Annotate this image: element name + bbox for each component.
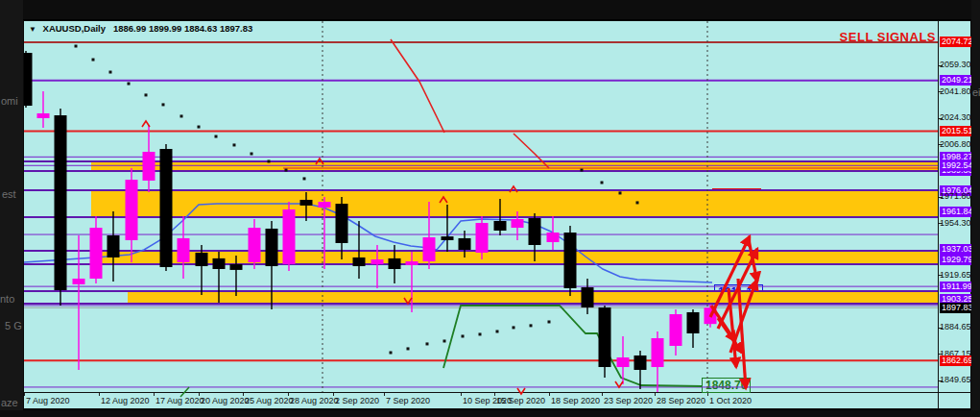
screen-top-border	[0, 0, 980, 19]
time-axis-tick	[288, 393, 289, 396]
date-label: 18 Sep 2020	[551, 396, 600, 405]
time-axis-tick	[655, 393, 656, 396]
symbol-dropdown-icon[interactable]: ▼	[29, 25, 36, 34]
price-callout-label[interactable]: 1973.59	[712, 188, 761, 204]
price-axis-tick	[939, 118, 943, 119]
date-label: 7 Aug 2020	[26, 396, 70, 405]
price-axis-tick	[939, 91, 943, 92]
date-label: 1 Oct 2020	[709, 396, 752, 405]
date-label: 25 Aug 2020	[245, 396, 294, 405]
date-label: 17 Aug 2020	[155, 396, 204, 405]
time-axis-tick	[602, 393, 603, 396]
desktop-text-fragment: aze	[1, 397, 18, 408]
price-axis-label: 1849.65	[940, 375, 971, 385]
screen-bottom-border	[0, 410, 980, 417]
time-axis-tick	[707, 393, 708, 396]
price-axis-tick	[939, 144, 943, 145]
price-axis-tick	[939, 275, 943, 276]
time-axis-tick	[199, 393, 200, 396]
time-axis-tick	[243, 393, 244, 396]
desktop-text-fragment: ei	[972, 86, 980, 98]
price-axis-tick	[939, 65, 943, 66]
date-label: 28 Sep 2020	[657, 396, 705, 405]
desktop: { "window": { "title_symbol": "XAUUSD,Da…	[0, 0, 980, 417]
date-label: 20 Aug 2020	[201, 396, 250, 405]
price-axis-label: 1919.65	[940, 270, 971, 281]
date-label: 23 Sep 2020	[604, 396, 653, 405]
price-axis-tick	[939, 380, 943, 381]
date-label: 28 Aug 2020	[290, 396, 339, 405]
time-axis-tick	[154, 393, 155, 396]
price-axis-tick	[939, 223, 943, 224]
desktop-text-fragment: est	[2, 188, 16, 200]
time-axis-separator	[23, 392, 971, 393]
time-axis-tick	[333, 393, 334, 396]
price-axis-label: 2041.80	[940, 86, 971, 97]
price-axis-label: 1954.30	[940, 218, 971, 229]
desktop-text-fragment: 5 G	[5, 320, 22, 331]
date-label: 15 Sep 2020	[496, 396, 545, 405]
price-axis-tick	[939, 328, 943, 329]
screen-right-border	[971, 0, 980, 417]
time-axis-tick	[549, 393, 550, 396]
price-axis-label: 1971.80	[940, 191, 971, 202]
chart-title: ▼ XAUUSD,Daily 1886.99 1899.99 1884.63 1…	[29, 23, 252, 34]
desktop-text-fragment: omi	[1, 95, 18, 107]
price-axis-tick	[939, 197, 943, 198]
date-label: 7 Sep 2020	[386, 396, 430, 405]
price-callout-label[interactable]: 1911.14	[714, 284, 763, 300]
price-axis-label: 1884.65	[940, 322, 971, 332]
desktop-text-fragment: nto	[0, 293, 14, 305]
time-axis-tick	[384, 393, 385, 396]
time-axis-tick	[494, 393, 495, 396]
price-callout-label[interactable]: 1848.70	[702, 378, 751, 393]
date-label: 2 Sep 2020	[335, 396, 379, 405]
time-axis-tick	[24, 393, 25, 396]
price-axis-label: 2006.80	[940, 139, 971, 150]
time-axis-tick	[99, 393, 100, 396]
price-axis-label: 2024.30	[940, 112, 971, 123]
sell-signals-banner: SELL SIGNALS	[729, 30, 936, 44]
screen-left-border	[0, 0, 23, 417]
time-axis-tick	[461, 393, 462, 396]
date-label: 12 Aug 2020	[101, 396, 150, 405]
chart-symbol-timeframe: XAUUSD,Daily	[43, 23, 106, 34]
price-axis-label: 2059.30	[940, 60, 971, 70]
price-axis-separator	[938, 20, 939, 409]
chart-ohlc-readout: 1886.99 1899.99 1884.63 1897.83	[113, 23, 252, 34]
chart-window[interactable]	[23, 20, 971, 409]
